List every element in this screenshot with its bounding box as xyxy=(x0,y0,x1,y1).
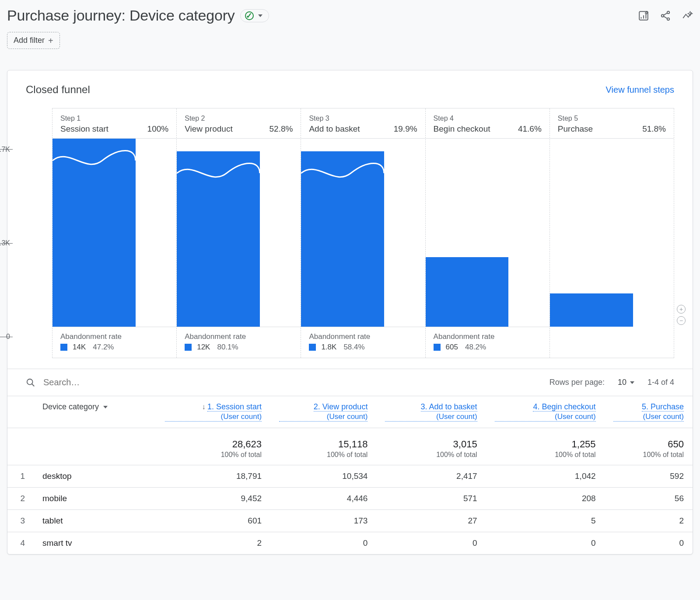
step-percent: 100% xyxy=(147,124,169,134)
abandonment-count: 605 xyxy=(446,343,458,352)
table-row: 4smart tv20000 xyxy=(7,532,693,555)
legend-swatch xyxy=(434,344,441,351)
add-filter-button[interactable]: Add filter + xyxy=(7,32,60,49)
step-percent: 19.9% xyxy=(394,124,417,134)
zoom-in-button[interactable]: + xyxy=(677,305,686,314)
page-range: 1-4 of 4 xyxy=(648,378,674,387)
svg-point-4 xyxy=(27,379,33,384)
card-title: Closed funnel xyxy=(26,84,90,96)
funnel-bar xyxy=(426,257,509,327)
insights-icon[interactable] xyxy=(682,10,693,21)
abandonment-count: 1.8K xyxy=(321,343,336,352)
search-icon xyxy=(26,378,35,387)
funnel-step: Step 4Begin checkout41.6%Abandonment rat… xyxy=(425,108,550,358)
row-label: mobile xyxy=(34,488,156,510)
abandonment-rate: 58.4% xyxy=(343,343,364,352)
y-axis: 2.7K 1.3K 0 xyxy=(21,149,43,337)
data-table: Device category ↓1. Session start(User c… xyxy=(7,396,693,554)
table-header-index xyxy=(7,396,34,428)
table-header-metric[interactable]: 4. Begin checkout(User count) xyxy=(486,396,605,428)
chevron-down-icon xyxy=(103,406,108,408)
row-label: desktop xyxy=(34,465,156,488)
funnel-step: Step 5Purchase51.8%Abandonment rate xyxy=(550,108,674,358)
funnel-bar xyxy=(52,139,136,327)
abandonment-count: 12K xyxy=(197,343,210,352)
step-name: Add to basket xyxy=(309,124,360,133)
funnel-bar xyxy=(550,293,633,327)
row-label: smart tv xyxy=(34,532,156,555)
abandonment-rate: 80.1% xyxy=(217,343,238,352)
funnel-bar xyxy=(301,151,384,327)
abandonment-label: Abandonment rate xyxy=(434,332,542,341)
abandonment-label: Abandonment rate xyxy=(185,332,293,341)
table-header-metric[interactable]: 2. View product(User count) xyxy=(270,396,376,428)
table-row: 1desktop18,79110,5342,4171,042592 xyxy=(7,465,693,488)
customize-report-icon[interactable] xyxy=(638,10,649,21)
step-percent: 51.8% xyxy=(642,124,666,134)
table-row: 3tablet6011732752 xyxy=(7,510,693,532)
step-name: Begin checkout xyxy=(434,124,490,133)
funnel-step: Step 1Session start100%Abandonment rate1… xyxy=(52,108,176,358)
zoom-controls: + − xyxy=(677,305,686,325)
step-percent: 52.8% xyxy=(270,124,293,134)
funnel-step: Step 3Add to basket19.9%Abandonment rate… xyxy=(301,108,425,358)
abandonment-rate: 47.2% xyxy=(93,343,114,352)
abandonment-label: Abandonment rate xyxy=(309,332,417,341)
table-header-metric[interactable]: 5. Purchase(User count) xyxy=(605,396,693,428)
abandonment-label: Abandonment rate xyxy=(60,332,168,341)
step-name: Session start xyxy=(60,124,108,133)
funnel-card: Closed funnel View funnel steps 2.7K 1.3… xyxy=(7,70,693,555)
table-row: 2mobile9,4524,44657120856 xyxy=(7,488,693,510)
rows-per-page-select[interactable]: 10 xyxy=(618,378,634,387)
abandonment-count: 14K xyxy=(73,343,86,352)
step-name: View product xyxy=(185,124,233,133)
chevron-down-icon xyxy=(630,381,634,384)
legend-swatch xyxy=(309,344,316,351)
share-icon[interactable] xyxy=(660,10,671,21)
rows-per-page-label: Rows per page: xyxy=(550,378,605,387)
view-funnel-steps-link[interactable]: View funnel steps xyxy=(606,85,674,95)
plus-icon: + xyxy=(48,36,53,45)
check-icon: ✓ xyxy=(245,11,254,20)
search-input[interactable] xyxy=(42,377,174,388)
funnel-chart: Step 1Session start100%Abandonment rate1… xyxy=(52,108,674,358)
funnel-step: Step 2View product52.8%Abandonment rate1… xyxy=(176,108,301,358)
legend-swatch xyxy=(185,344,192,351)
step-percent: 41.6% xyxy=(518,124,542,134)
zoom-out-button[interactable]: − xyxy=(677,316,686,325)
step-name: Purchase xyxy=(558,124,593,133)
table-header-metric[interactable]: ↓1. Session start(User count) xyxy=(156,396,270,428)
sort-desc-icon: ↓ xyxy=(202,403,206,411)
segment-dropdown[interactable]: ✓ xyxy=(240,9,269,22)
row-label: tablet xyxy=(34,510,156,532)
table-header-dimension[interactable]: Device category xyxy=(34,396,156,428)
funnel-bar xyxy=(177,151,260,327)
page-title: Purchase journey: Device category xyxy=(7,7,235,24)
search-field xyxy=(26,377,542,388)
legend-swatch xyxy=(60,344,67,351)
table-totals-row: 28,623100% of total15,118100% of total3,… xyxy=(7,428,693,465)
chevron-down-icon xyxy=(258,14,262,17)
abandonment-rate: 48.2% xyxy=(465,343,486,352)
add-filter-label: Add filter xyxy=(14,36,45,45)
table-header-metric[interactable]: 3. Add to basket(User count) xyxy=(376,396,486,428)
